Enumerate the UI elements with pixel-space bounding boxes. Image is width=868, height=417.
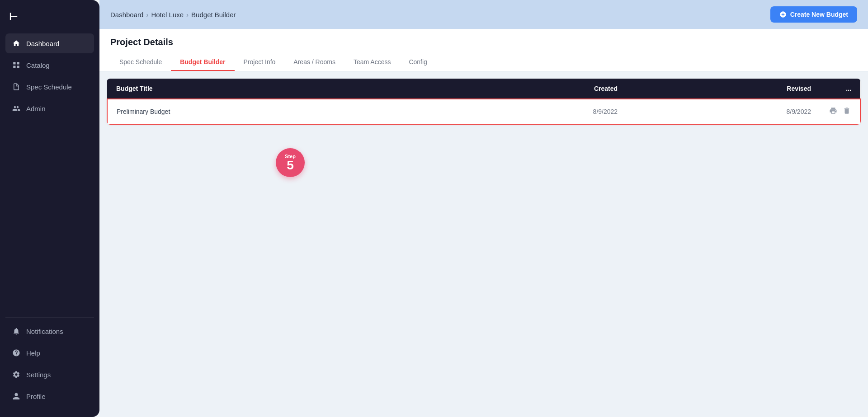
breadcrumb-dashboard[interactable]: Dashboard: [110, 11, 143, 19]
sidebar: ⊢ Dashboard Catalog Spec Schedule Admin: [0, 0, 99, 417]
budget-revised-cell: 8/9/2022: [627, 99, 820, 124]
breadcrumb-hotel-luxe[interactable]: Hotel Luxe: [151, 11, 184, 19]
breadcrumb-budget-builder[interactable]: Budget Builder: [191, 11, 236, 19]
sidebar-label-spec-schedule: Spec Schedule: [26, 83, 72, 91]
sidebar-label-settings: Settings: [26, 371, 51, 379]
col-header-revised: Revised: [627, 79, 820, 99]
sidebar-label-profile: Profile: [26, 393, 46, 400]
print-icon[interactable]: [829, 107, 837, 117]
budget-created-cell: 8/9/2022: [433, 99, 627, 124]
sidebar-item-settings[interactable]: Settings: [5, 365, 94, 384]
sidebar-logo: ⊢: [0, 7, 99, 33]
grid-icon: [12, 61, 21, 70]
step-5-bubble: Step 5: [276, 148, 305, 177]
breadcrumb-sep-1: ›: [146, 11, 148, 19]
bell-icon: [12, 327, 21, 336]
table-row: Preliminary Budget 8/9/2022 8/9/2022: [107, 99, 860, 124]
tab-project-info[interactable]: Project Info: [235, 54, 285, 71]
project-header: Project Details Spec Schedule Budget Bui…: [99, 29, 868, 71]
sidebar-divider: [5, 317, 94, 318]
home-icon: [12, 39, 21, 48]
col-header-actions: ...: [820, 79, 860, 99]
sidebar-label-notifications: Notifications: [26, 328, 63, 335]
budget-area: Step 5 Budget Title Created Revised ...: [99, 71, 868, 417]
sidebar-item-dashboard[interactable]: Dashboard: [5, 33, 94, 53]
budget-card: Budget Title Created Revised ... Prelimi…: [107, 79, 861, 125]
settings-icon: [12, 370, 21, 379]
col-header-title: Budget Title: [107, 79, 433, 99]
sidebar-item-admin[interactable]: Admin: [5, 98, 94, 118]
sidebar-item-profile[interactable]: Profile: [5, 386, 94, 406]
topbar: Dashboard › Hotel Luxe › Budget Builder …: [99, 0, 868, 29]
tab-areas-rooms[interactable]: Areas / Rooms: [284, 54, 344, 71]
help-circle-icon: [12, 348, 21, 357]
sidebar-label-admin: Admin: [26, 105, 46, 112]
tab-budget-builder[interactable]: Budget Builder: [171, 54, 234, 71]
create-new-budget-button[interactable]: Create New Budget: [770, 6, 857, 23]
col-header-created: Created: [433, 79, 627, 99]
sidebar-label-catalog: Catalog: [26, 61, 50, 69]
tab-spec-schedule[interactable]: Spec Schedule: [110, 54, 171, 71]
sidebar-nav-top: Dashboard Catalog Spec Schedule Admin: [0, 33, 99, 314]
sidebar-label-help: Help: [26, 349, 40, 357]
person-icon: [12, 392, 21, 401]
breadcrumb-sep-2: ›: [186, 11, 189, 19]
content-area: Project Details Spec Schedule Budget Bui…: [99, 29, 868, 417]
budget-title-cell[interactable]: Preliminary Budget: [107, 99, 433, 124]
delete-icon[interactable]: [843, 107, 851, 117]
sidebar-item-notifications[interactable]: Notifications: [5, 321, 94, 341]
tabs-bar: Spec Schedule Budget Builder Project Inf…: [110, 54, 857, 71]
budget-table: Budget Title Created Revised ... Prelimi…: [107, 79, 861, 125]
sidebar-nav-bottom: Notifications Help Settings Profile: [0, 321, 99, 406]
breadcrumb: Dashboard › Hotel Luxe › Budget Builder: [110, 11, 236, 19]
document-icon: [12, 82, 21, 91]
sidebar-item-spec-schedule[interactable]: Spec Schedule: [5, 77, 94, 97]
sidebar-label-dashboard: Dashboard: [26, 40, 59, 47]
main-content: Dashboard › Hotel Luxe › Budget Builder …: [99, 0, 868, 417]
person-group-icon: [12, 104, 21, 113]
sidebar-item-catalog[interactable]: Catalog: [5, 55, 94, 75]
tab-config[interactable]: Config: [400, 54, 436, 71]
project-title: Project Details: [110, 37, 857, 47]
sidebar-item-help[interactable]: Help: [5, 343, 94, 363]
budget-actions-cell: [820, 99, 860, 124]
tab-team-access[interactable]: Team Access: [344, 54, 400, 71]
step-number: 5: [287, 159, 294, 172]
